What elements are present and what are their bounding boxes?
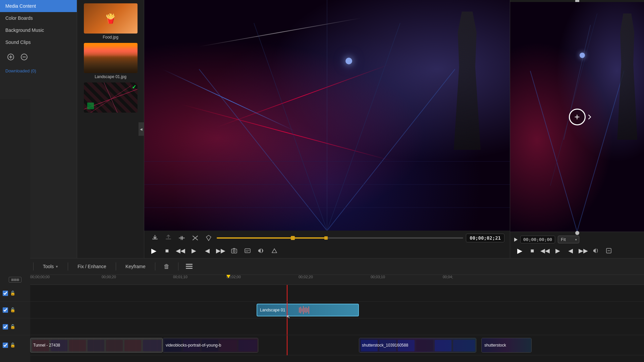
prev-frame-button[interactable]: ▶ <box>189 245 199 256</box>
clip-landscape-01[interactable]: Landscape 01 <box>257 304 359 316</box>
media-name-landscape: Landscape 01.jpg <box>95 74 126 79</box>
scrubber-handle-left[interactable] <box>291 236 295 240</box>
media-item-landscape[interactable]: Landscape 01.jpg <box>80 43 141 79</box>
add-to-timeline-button[interactable]: + <box>569 109 586 125</box>
stop-button[interactable]: ■ <box>162 245 172 256</box>
waveform-bar-5 <box>304 308 305 312</box>
track-4-enable-checkbox[interactable] <box>3 343 8 348</box>
track-2-controls: 🔓 <box>0 302 30 318</box>
ruler-marks-container: 00;00;00;00 00;00;20 00;01;10 00;02;00 0… <box>30 275 644 285</box>
track-2-enable-checkbox[interactable] <box>3 307 8 313</box>
secondary-fast-forward-button[interactable]: ▶▶ <box>578 245 589 256</box>
ruler-mark-6: 00;04; <box>443 275 453 279</box>
secondary-next-frame-button[interactable]: ▶ <box>565 245 576 256</box>
secondary-stop-button[interactable]: ■ <box>527 245 538 256</box>
svg-rect-35 <box>69 340 86 351</box>
clip-shutterstock-1[interactable]: shutterstock_1039160588 <box>359 338 476 353</box>
secondary-preview-panel: + 00;00;00;00 Fit 25% 50% 10 <box>510 0 644 258</box>
keyframe-button[interactable]: Keyframe <box>121 262 150 271</box>
volume-button[interactable] <box>256 245 266 256</box>
track-3-lock-icon[interactable]: 🔓 <box>10 324 15 329</box>
remove-icon-button[interactable] <box>19 52 30 62</box>
media-thumb-landscape <box>84 43 138 73</box>
play-button[interactable]: ▶ <box>148 245 159 256</box>
secondary-controls-top-row: 00;00;00;00 Fit 25% 50% 100% <box>514 236 640 243</box>
fit-timeline-button[interactable]: ⊞⊞⊞ <box>9 277 21 283</box>
scrubber-track[interactable] <box>217 237 463 239</box>
ruler-playhead <box>226 275 230 285</box>
ruler-mark-2: 00;01;10 <box>173 275 187 279</box>
timeline-track-2: 🔓 Landscape 01 <box>0 302 644 318</box>
track-4-controls: 🔓 <box>0 335 30 355</box>
tunnel-clip-label: Tunnel - 27438 <box>33 343 60 348</box>
media-item-video[interactable]: ✓ <box>80 82 141 114</box>
timeline-track-4: 🔓 Tunnel - 2 <box>0 335 644 355</box>
svg-rect-16 <box>179 238 185 238</box>
secondary-bottom-handle[interactable] <box>575 231 579 235</box>
svg-rect-39 <box>143 340 161 351</box>
svg-rect-36 <box>88 340 104 351</box>
list-view-button[interactable] <box>184 261 195 272</box>
clip-portrait[interactable]: videoblocks-portrait-of-young-b <box>163 338 258 353</box>
timeline-fit-btn-container: ⊞⊞⊞ <box>0 275 30 285</box>
delete-button[interactable]: 🗑 <box>161 260 173 273</box>
clip-shutterstock-2[interactable]: shutterstock <box>481 338 532 353</box>
svg-rect-18 <box>182 236 183 240</box>
fit-select[interactable]: Fit 25% 50% 100% <box>558 236 579 243</box>
share-button[interactable] <box>269 245 280 256</box>
secondary-prev-frame-button[interactable]: ▶ <box>552 245 563 256</box>
svg-rect-30 <box>186 264 193 265</box>
subtitles-button[interactable] <box>242 245 253 256</box>
add-icon-button[interactable] <box>5 52 16 62</box>
secondary-rewind-button[interactable]: ◀◀ <box>540 245 550 256</box>
shutterstock-1-label: shutterstock_1039160588 <box>362 343 408 348</box>
scene-lines-svg <box>144 0 510 231</box>
next-frame-button[interactable]: ▶ <box>202 245 213 256</box>
track-1-controls: 🔓 <box>0 285 30 301</box>
svg-rect-44 <box>238 340 257 351</box>
timeline-ruler: ⊞⊞⊞ 00;00;00;00 00;00;20 00;01;10 00;02;… <box>0 275 644 285</box>
toolbar: + ✂ Tools ▼ Fix / Enhance Keyframe 🗑 <box>0 258 644 275</box>
fast-forward-button[interactable]: ▶▶ <box>215 245 226 256</box>
track-3-enable-checkbox[interactable] <box>3 324 8 329</box>
secondary-extra-button[interactable] <box>603 245 614 256</box>
svg-rect-21 <box>245 249 250 253</box>
clip-tunnel[interactable]: Tunnel - 27438 <box>30 338 163 353</box>
export-btn[interactable] <box>163 233 174 243</box>
marker-btn[interactable] <box>203 233 214 243</box>
track-1-enable-checkbox[interactable] <box>3 291 8 296</box>
rewind-button[interactable]: ◀◀ <box>175 245 186 256</box>
track-1-lock-icon[interactable]: 🔓 <box>10 291 15 296</box>
fit-select-wrapper: Fit 25% 50% 100% <box>558 236 579 243</box>
sidebar-item-media-content[interactable]: Media Content <box>0 0 77 12</box>
svg-line-9 <box>327 23 400 231</box>
scrubber-handle-right[interactable] <box>324 236 328 240</box>
snapshot-button[interactable] <box>229 245 239 256</box>
divider-3 <box>116 262 116 270</box>
secondary-ctrl-row: ▶ ■ ◀◀ ▶ ▶ ▶▶ <box>514 245 640 256</box>
sidebar-item-color-boards[interactable]: Color Boards <box>0 12 77 24</box>
svg-line-3 <box>91 86 131 113</box>
sidebar-item-background-music[interactable]: Background Music <box>0 24 77 36</box>
collapse-panel-button[interactable]: ◀ <box>139 122 144 136</box>
import-btn[interactable] <box>150 233 160 243</box>
cut-btn[interactable] <box>190 233 201 243</box>
tools-button[interactable]: Tools ▼ <box>39 262 63 271</box>
scrubber-bar: 00;00;02;21 <box>148 233 506 243</box>
media-item-food[interactable]: 🍟 Food.jpg <box>80 3 141 40</box>
track-2-lock-icon[interactable]: 🔓 <box>10 307 15 312</box>
svg-rect-38 <box>124 340 141 351</box>
ruler-mark-0: 00;00;00;00 <box>30 275 50 279</box>
track-4-lock-icon[interactable]: 🔓 <box>10 343 15 348</box>
sidebar-icons-row <box>0 48 77 66</box>
waveform-bar-6 <box>306 307 307 313</box>
ruler-playhead-arrow <box>226 275 230 278</box>
secondary-play-button[interactable]: ▶ <box>514 245 525 256</box>
secondary-volume-button[interactable] <box>591 245 601 256</box>
media-panel: 🍟 Food.jpg Landscape 01.jpg ✓ <box>77 0 144 258</box>
main-controls-row: ▶ ■ ◀◀ ▶ ▶ ▶▶ <box>148 245 506 256</box>
clip-waveform <box>298 304 358 316</box>
trim-btn[interactable] <box>176 233 187 243</box>
fix-enhance-button[interactable]: Fix / Enhance <box>73 262 110 271</box>
sidebar-item-sound-clips[interactable]: Sound Clips <box>0 36 77 48</box>
